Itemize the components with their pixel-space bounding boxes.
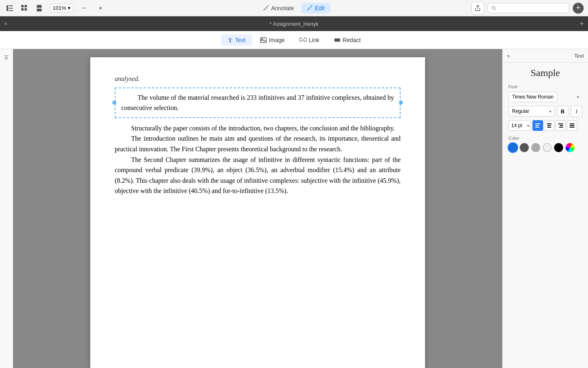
edit-label: Edit (315, 5, 325, 11)
font-sample-text: Sample (508, 67, 582, 79)
font-select[interactable]: Times New Roman (508, 92, 557, 102)
align-buttons (532, 120, 577, 131)
align-center-icon (547, 123, 552, 128)
text-icon: T (227, 37, 233, 43)
svg-rect-16 (535, 123, 540, 124)
right-panel-header: » Text (503, 49, 588, 63)
zoom-value: 101% (53, 5, 66, 11)
font-size-select[interactable]: 14 pt (508, 120, 531, 131)
align-right-btn[interactable] (555, 120, 566, 131)
color-rainbow-swatch[interactable] (566, 143, 575, 152)
svg-rect-27 (570, 127, 575, 128)
svg-rect-26 (570, 125, 575, 126)
svg-point-10 (492, 6, 495, 9)
color-swatches (508, 143, 582, 152)
document-page: analysed. The volume of the material res… (90, 57, 425, 368)
svg-rect-18 (535, 127, 539, 128)
align-left-btn[interactable] (532, 120, 543, 131)
size-align-row: 14 pt (508, 120, 582, 131)
right-panel: » Text Sample Font Times New Roman Regul… (502, 49, 588, 368)
svg-rect-5 (24, 5, 27, 7)
zoom-control[interactable]: 101% ▾ (50, 4, 74, 12)
zoom-decrease-btn[interactable]: − (78, 2, 90, 14)
document-area[interactable]: analysed. The volume of the material res… (13, 49, 502, 368)
align-center-btn[interactable] (544, 120, 555, 131)
svg-rect-0 (7, 5, 8, 11)
color-medium-gray-swatch[interactable] (531, 143, 540, 152)
svg-rect-24 (559, 127, 563, 128)
color-blue-swatch[interactable] (508, 143, 517, 152)
svg-rect-4 (21, 5, 24, 7)
style-row: Regular B I (508, 105, 582, 117)
add-tab-btn[interactable]: + (572, 2, 584, 14)
panel-collapse-btn[interactable]: » (507, 52, 510, 59)
paragraph-1: Structurally the paper consists of the i… (115, 123, 401, 134)
svg-rect-6 (21, 8, 24, 11)
title-close-btn[interactable]: × (4, 20, 7, 27)
mode-group: Annotate Edit (258, 3, 330, 13)
search-icon (491, 5, 497, 11)
color-dark-gray-swatch[interactable] (520, 143, 529, 152)
svg-rect-20 (548, 125, 551, 126)
svg-rect-9 (37, 9, 42, 11)
svg-rect-15 (334, 38, 340, 42)
svg-rect-23 (560, 125, 563, 126)
svg-text:T: T (228, 38, 232, 43)
color-black-swatch[interactable] (554, 143, 563, 152)
tool-redact-label: Redact (343, 37, 361, 43)
sidebar-toggle-btn[interactable] (4, 2, 16, 14)
left-panel-toggle[interactable]: ☰ (0, 49, 13, 368)
svg-rect-21 (547, 127, 551, 128)
color-light-swatch[interactable] (543, 143, 552, 152)
svg-rect-22 (558, 123, 563, 124)
edit-mode-btn[interactable]: Edit (301, 3, 330, 13)
selected-paragraph: The volume of the material researched is… (121, 92, 394, 113)
annotate-label: Annotate (271, 5, 294, 11)
selected-text-box[interactable]: The volume of the material researched is… (115, 88, 401, 118)
svg-rect-17 (535, 125, 539, 126)
partial-text-top: analysed. (115, 74, 401, 84)
style-select-wrapper: Regular (508, 106, 555, 117)
font-style-select[interactable]: Regular (508, 106, 555, 117)
right-toolbar: + (471, 2, 584, 15)
svg-rect-25 (570, 123, 575, 124)
redact-icon (334, 37, 341, 43)
panel-title: Text (574, 53, 584, 59)
search-box (488, 3, 569, 13)
tool-redact-btn[interactable]: Redact (327, 34, 367, 46)
svg-rect-3 (9, 10, 13, 11)
font-select-wrapper: Times New Roman (508, 92, 582, 102)
main-layout: ☰ analysed. The volume of the material r… (0, 49, 588, 368)
grid-view-btn[interactable] (19, 2, 30, 14)
align-justify-icon (570, 123, 575, 128)
bold-btn[interactable]: B (557, 105, 568, 117)
zoom-increase-btn[interactable]: + (95, 2, 106, 14)
title-bar: × * Assignment_Henyk + (0, 16, 588, 31)
title-add-btn[interactable]: + (579, 20, 584, 28)
top-toolbar: 101% ▾ − + Annotate Edit + (0, 0, 588, 16)
svg-rect-8 (37, 5, 42, 8)
tool-image-label: Image (269, 37, 285, 43)
tool-link-btn[interactable]: Link (293, 34, 326, 46)
share-btn[interactable] (471, 2, 484, 15)
left-toggle-icon: ☰ (4, 55, 9, 61)
svg-rect-19 (547, 123, 552, 124)
align-left-icon (535, 123, 540, 128)
single-view-btn[interactable] (33, 2, 45, 14)
align-justify-btn[interactable] (567, 120, 577, 131)
search-input[interactable] (499, 5, 566, 11)
image-icon (260, 37, 267, 43)
svg-rect-7 (24, 8, 27, 11)
italic-btn[interactable]: I (571, 105, 582, 117)
link-icon (299, 37, 307, 43)
paragraph-2: The introduction outlines he main aim an… (115, 133, 401, 154)
tool-text-btn[interactable]: T Text (221, 34, 252, 46)
document-title: * Assignment_Henyk (270, 21, 318, 27)
tool-text-label: Text (235, 37, 246, 43)
tool-image-btn[interactable]: Image (254, 34, 291, 46)
svg-rect-1 (9, 5, 13, 6)
font-section-label: Font (508, 84, 582, 89)
tool-link-label: Link (309, 37, 319, 43)
paragraph-3: The Second Chapter summarizes the usage … (115, 155, 401, 196)
annotate-mode-btn[interactable]: Annotate (258, 3, 300, 13)
